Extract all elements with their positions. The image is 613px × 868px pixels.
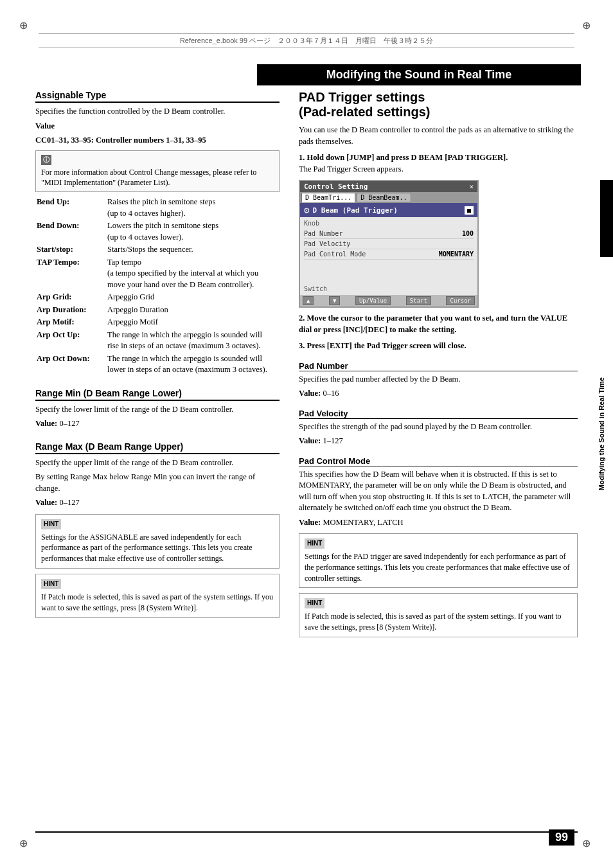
param-value: The range in which the arpeggio is sound…: [106, 353, 280, 376]
page-number: 99: [549, 829, 574, 846]
param-value: The range in which the arpeggio is sound…: [106, 329, 280, 353]
pad-velocity-desc: Specifies the strength of the pad sound …: [299, 421, 578, 433]
param-value: Arpeggio Duration: [106, 304, 280, 317]
param-label: Bend Up:: [35, 196, 106, 220]
range-max-desc2: By setting Range Max below Range Min you…: [35, 472, 280, 494]
table-row: Arp Duration: Arpeggio Duration: [35, 304, 280, 317]
param-value: Raises the pitch in semitone steps(up to…: [106, 196, 280, 220]
pad-control-mode-value: Value: MOMENTARY, LATCH: [299, 517, 578, 529]
param-value: Starts/Stops the sequencer.: [106, 244, 280, 256]
pad-trigger-title: PAD Trigger settings (Pad-related settin…: [299, 90, 578, 120]
corner-mark-br: ⊕: [582, 837, 594, 849]
range-max-desc: Specify the upper limit of the range of …: [35, 457, 280, 469]
param-label: Start/stop:: [35, 244, 106, 256]
range-max-value: Value: 0–127: [35, 497, 280, 509]
screen-body: Knob Pad Number 100 Pad Velocity Pad Con…: [300, 217, 477, 295]
param-label: Arp Grid:: [35, 291, 106, 304]
vertical-label-bar: [600, 180, 613, 257]
table-row: TAP Tempo: Tap tempo(a tempo specified b…: [35, 256, 280, 292]
step-1: 1. Hold down [JUMP] and press D BEAM [PA…: [299, 152, 578, 175]
param-label: TAP Tempo:: [35, 256, 106, 292]
param-value: Arpeggio Motif: [106, 316, 280, 329]
pad-number-value: Value: 0–16: [299, 388, 578, 400]
param-label: Bend Down:: [35, 220, 106, 244]
range-max-hint1: HINT Settings for the ASSIGNABLE are sav…: [35, 514, 280, 569]
table-row: Arp Grid: Arpeggio Grid: [35, 291, 280, 304]
range-max-title: Range Max (D Beam Range Upper): [35, 441, 280, 454]
pad-hint2: HINT If Patch mode is selected, this is …: [299, 593, 578, 637]
left-column: Assignable Type Specifies the function c…: [35, 90, 280, 829]
pad-number-desc: Specifies the pad number affected by the…: [299, 374, 578, 385]
screen-footer-btn-up: ▲: [303, 296, 314, 305]
table-row: Bend Up: Raises the pitch in semitone st…: [35, 196, 280, 220]
page-meta: Reference_e.book 99 ページ ２００３年７月１４日 月曜日 午…: [39, 33, 574, 48]
pad-control-mode-desc: This specifies how the D Beam will behav…: [299, 469, 578, 514]
screen-tab-2: D BeamBeam..: [357, 193, 411, 202]
screen-tab-bar: D BeamTri... D BeamBeam..: [300, 192, 477, 203]
step-2: 2. Move the cursor to the parameter that…: [299, 313, 578, 335]
range-min-title: Range Min (D Beam Range Lower): [35, 388, 280, 401]
table-row: Arp Oct Up: The range in which the arpeg…: [35, 329, 280, 353]
range-min-value: Value: 0–127: [35, 418, 280, 430]
screen-footer-btn-down: ▼: [329, 296, 340, 305]
step-3: 3. Press [EXIT] the Pad Trigger screen w…: [299, 341, 578, 352]
right-column: PAD Trigger settings (Pad-related settin…: [299, 90, 578, 829]
control-setting-screen: Control Setting ✕ D BeamTri... D BeamBea…: [299, 180, 479, 308]
param-label: Arp Motif:: [35, 316, 106, 329]
assignable-params-table: Bend Up: Raises the pitch in semitone st…: [35, 196, 280, 376]
param-value: Lowers the pitch in semitone steps(up to…: [106, 220, 280, 244]
table-row: Arp Oct Down: The range in which the arp…: [35, 353, 280, 376]
main-content: Assignable Type Specifies the function c…: [35, 90, 578, 829]
page-title: Modifying the Sound in Real Time: [257, 64, 581, 85]
assignable-type-desc: Specifies the function controlled by the…: [35, 106, 280, 118]
param-label: Arp Duration:: [35, 304, 106, 317]
pad-trigger-intro: You can use the D Beam controller to con…: [299, 125, 578, 147]
screen-header-row: ⚙ D Beam (Pad Trigger) ■: [300, 203, 477, 217]
table-row: Bend Down: Lowers the pitch in semitone …: [35, 220, 280, 244]
table-row: Start/stop: Starts/Stops the sequencer.: [35, 244, 280, 256]
assignable-type-value: CC01–31, 33–95: Controller numbers 1–31,…: [35, 135, 280, 146]
screen-title-bar: Control Setting ✕: [300, 181, 477, 192]
corner-mark-tl: ⊕: [19, 19, 31, 31]
screen-tab-1: D BeamTri...: [301, 193, 355, 202]
pad-hint1: HINT Settings for the PAD trigger are sa…: [299, 533, 578, 588]
assignable-type-value-label: Value: [35, 121, 280, 132]
screen-row-pad-velocity: Pad Velocity: [304, 239, 474, 249]
pad-velocity-value: Value: 1–127: [299, 436, 578, 447]
screen-footer-btn-start: Start: [406, 296, 431, 305]
pad-control-mode-title: Pad Control Mode: [299, 456, 578, 466]
screen-footer-btn-upval: Up/Value: [355, 296, 391, 305]
screen-row-pad-number: Pad Number 100: [304, 229, 474, 239]
range-min-desc: Specify the lower limit of the range of …: [35, 404, 280, 416]
param-value: Arpeggio Grid: [106, 291, 280, 304]
pad-number-title: Pad Number: [299, 361, 578, 371]
range-max-hint2: HINT If Patch mode is selected, this is …: [35, 574, 280, 618]
table-row: Arp Motif: Arpeggio Motif: [35, 316, 280, 329]
screen-footer-btn-cursor: Cursor: [446, 296, 475, 305]
screen-footer: ▲ ▼ Up/Value Start Cursor: [300, 295, 477, 306]
pad-velocity-title: Pad Velocity: [299, 409, 578, 419]
screen-row-pad-control-mode: Pad Control Mode MOMENTARY: [304, 249, 474, 260]
bottom-bar: [35, 831, 578, 833]
param-label: Arp Oct Down:: [35, 353, 106, 376]
param-value: Tap tempo(a tempo specified by the inter…: [106, 256, 280, 292]
param-label: Arp Oct Up:: [35, 329, 106, 353]
corner-mark-bl: ⊕: [19, 837, 31, 849]
assignable-type-title: Assignable Type: [35, 90, 280, 103]
corner-mark-tr: ⊕: [582, 19, 594, 31]
assignable-note-box: ⓘ For more information about Control Cha…: [35, 150, 280, 193]
